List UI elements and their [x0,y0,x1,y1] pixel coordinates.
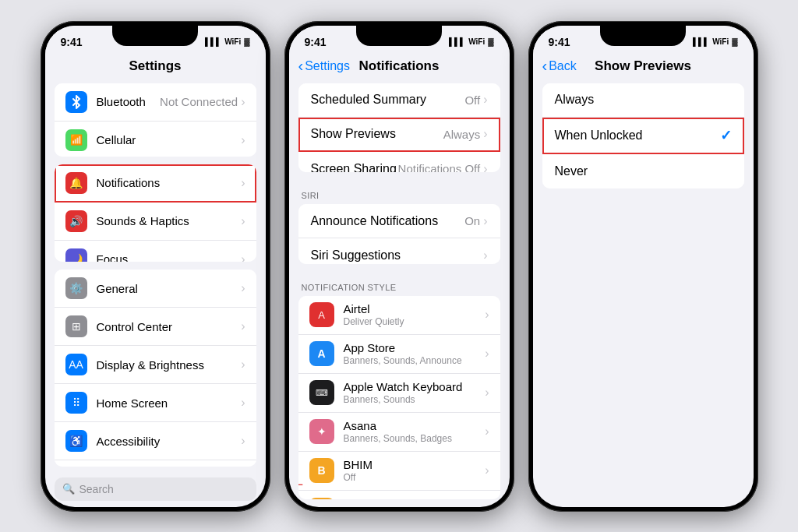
app-row-airtel[interactable]: A Airtel Deliver Quietly › [298,296,500,335]
settings-group-1: Bluetooth Not Connected › 📶 Cellular › ⊙ [55,83,256,157]
bhim-chevron: › [485,463,489,477]
home-screen-label: Home Screen [97,396,242,410]
app-row-books[interactable]: 📖 Books Off › [298,491,500,499]
home-screen-icon: ⠿ [65,392,87,414]
focus-label: Focus [97,252,242,262]
row-home-screen[interactable]: ⠿ Home Screen › [55,384,256,422]
bluetooth-label: Bluetooth [97,95,161,108]
row-scheduled-summary[interactable]: Scheduled Summary Off › [298,83,500,118]
cellular-label: Cellular [97,133,242,146]
app-row-asana[interactable]: ✦ Asana Banners, Sounds, Badges › [298,413,500,452]
row-control-center[interactable]: ⊞ Control Center › [55,308,256,346]
back-to-notifications[interactable]: ‹ Back [542,58,577,73]
cellular-chevron: › [241,133,245,147]
accessibility-chevron: › [241,434,245,448]
asana-icon: ✦ [309,419,334,444]
row-bluetooth[interactable]: Bluetooth Not Connected › [55,83,256,122]
row-general[interactable]: ⚙️ General › [55,270,256,308]
when-unlocked-label: When Unlocked [555,129,720,143]
cellular-icon: 📶 [65,129,87,151]
row-display[interactable]: AA Display & Brightness › [55,346,256,384]
display-icon: AA [65,354,87,375]
airtel-sub: Deliver Quietly [344,316,486,327]
battery-icon-1: ▓ [244,37,249,46]
general-icon: ⚙️ [65,277,87,299]
option-when-unlocked[interactable]: When Unlocked ✓ ↓ [542,118,744,154]
wifi-icon-2: WiFi [468,37,485,46]
books-icon: 📖 [309,498,334,499]
row-screen-sharing[interactable]: Screen Sharing Notifications Off › [298,152,500,173]
settings-content: Bluetooth Not Connected › 📶 Cellular › ⊙ [45,77,266,507]
appstore-icon: A [309,341,334,366]
status-time-2: 9:41 [305,36,327,48]
display-label: Display & Brightness [97,358,242,372]
screen-sharing-label: Screen Sharing [311,162,398,173]
notch-2 [356,26,442,46]
row-show-previews[interactable]: Show Previews Always › [298,118,500,152]
always-label: Always [555,93,732,107]
bluetooth-icon [65,91,87,113]
option-always[interactable]: Always [542,83,744,118]
app-row-appstore[interactable]: A App Store Banners, Sounds, Announce › [298,335,500,374]
search-bar[interactable]: 🔍 Search [55,477,256,501]
signal-icon-3: ▌▌▌ [693,37,709,46]
asana-info: Asana Banners, Sounds, Badges [344,419,486,444]
signal-icon-1: ▌▌▌ [205,37,221,46]
scheduled-summary-value: Off [464,93,480,107]
notif-apps-group: A Airtel Deliver Quietly › A App Store B… [298,296,500,499]
back-label-3: Back [549,59,577,73]
row-notifications[interactable]: 🔔 Notifications › [55,164,256,203]
notch-3 [600,26,686,46]
phone-show-previews: 9:41 ▌▌▌ WiFi ▓ ‹ Back Show Previews Alw… [528,21,758,512]
phone-notifications-screen: 9:41 ▌▌▌ WiFi ▓ ‹ Settings Notifications [289,26,510,507]
app-row-apple-watch[interactable]: ⌨ Apple Watch Keyboard Banners, Sounds › [298,374,500,413]
general-label: General [97,282,242,295]
books-info: Books Off [344,498,486,499]
airtel-chevron: › [485,308,489,322]
display-chevron: › [241,358,245,372]
notif-style-label: NOTIFICATION STYLE [289,272,510,296]
bhim-name: BHIM [344,458,486,471]
sounds-chevron: › [241,214,245,228]
settings-group-3: ⚙️ General › ⊞ Control Center › [55,270,256,466]
general-chevron: › [241,281,245,295]
row-accessibility[interactable]: ♿ Accessibility › [55,422,256,460]
row-sounds[interactable]: 🔊 Sounds & Haptics › [55,203,256,241]
option-never[interactable]: Never [542,154,744,188]
notifications-chevron: › [241,176,245,190]
row-focus[interactable]: 🌙 Focus › [55,241,256,262]
battery-icon-2: ▓ [488,37,493,46]
nav-bar-notifications: ‹ Settings Notifications [289,54,510,77]
apple-watch-name: Apple Watch Keyboard [344,380,486,393]
back-to-settings[interactable]: ‹ Settings [298,58,350,73]
appstore-info: App Store Banners, Sounds, Announce [344,341,486,366]
when-unlocked-checkmark: ✓ [720,127,732,144]
back-chevron-3: ‹ [542,58,548,73]
asana-sub: Banners, Sounds, Badges [344,433,486,444]
status-time-3: 9:41 [549,36,570,48]
phone-settings-screen: 9:41 ▌▌▌ WiFi ▓ Settings Bluetooth [45,26,266,507]
status-icons-3: ▌▌▌ WiFi ▓ [693,37,738,46]
app-row-bhim[interactable]: B BHIM Off › ← [298,452,500,491]
focus-icon: 🌙 [65,248,87,262]
bhim-icon: B [309,458,334,483]
control-center-icon: ⊞ [65,315,87,337]
row-cellular[interactable]: 📶 Cellular › [55,122,256,157]
phone-show-previews-screen: 9:41 ▌▌▌ WiFi ▓ ‹ Back Show Previews Alw… [533,26,754,507]
scheduled-summary-label: Scheduled Summary [311,93,465,107]
appstore-chevron: › [485,347,489,361]
bhim-sub: Off [344,472,486,483]
notif-top-group: Scheduled Summary Off › Show Previews Al… [298,83,500,173]
never-label: Never [555,164,732,178]
bhim-info: BHIM Off [344,458,486,483]
status-icons-2: ▌▌▌ WiFi ▓ [449,37,494,46]
row-announce-notif[interactable]: Announce Notifications On › [298,204,500,238]
phones-container: 9:41 ▌▌▌ WiFi ▓ Settings Bluetooth [25,5,774,527]
apple-watch-icon: ⌨ [309,380,334,405]
wifi-icon-1: WiFi [224,37,241,46]
row-wallpaper[interactable]: 🖼 Wallpaper › [55,460,256,466]
appstore-name: App Store [344,341,486,354]
row-siri-suggestions[interactable]: Siri Suggestions › [298,238,500,264]
siri-section-label: SIRI [289,180,510,204]
accessibility-label: Accessibility [97,435,242,448]
